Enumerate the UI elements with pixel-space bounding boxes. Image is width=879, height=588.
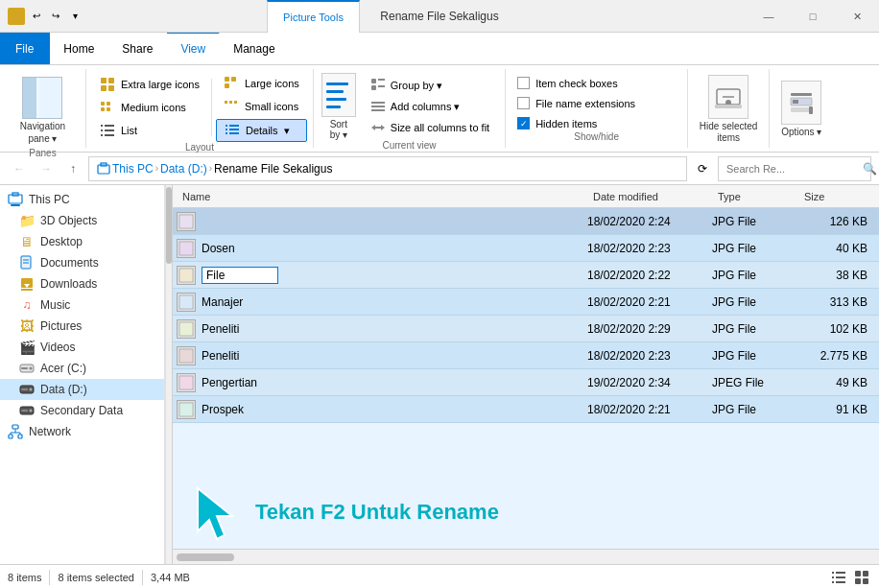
hide-selected-btn[interactable]: Hide selecteditems [700, 75, 758, 144]
file-date: 18/02/2020 2:23 [587, 242, 712, 255]
desktop-icon: 🖥 [19, 234, 35, 249]
file-type: JPG File [712, 295, 798, 309]
file-name-extensions-toggle[interactable]: File name extensions [517, 95, 676, 111]
file-list-header: Name Date modified Type Size [173, 185, 879, 208]
col-header-size[interactable]: Size [798, 191, 875, 202]
table-row[interactable]: Peneliti 18/02/2020 2:23 JPG File 2.775 … [173, 342, 879, 369]
sidebar-item-acer-c[interactable]: Acer (C:) [0, 358, 164, 379]
quick-access-icon [8, 8, 25, 25]
sidebar-item-desktop[interactable]: 🖥 Desktop [0, 231, 164, 252]
picture-tools-tab[interactable]: Picture Tools [267, 0, 360, 33]
table-row[interactable]: Dosen 18/02/2020 2:23 JPG File 40 KB [173, 235, 879, 262]
table-row[interactable]: Manajer 18/02/2020 2:21 JPG File 313 KB [173, 289, 879, 316]
tab-file[interactable]: File [0, 33, 50, 64]
size-all-columns-btn[interactable]: Size all columns to fit [364, 118, 497, 137]
window-title: Rename File Sekaligus [380, 10, 498, 23]
sidebar-item-data-d[interactable]: Data (D:) [0, 379, 164, 400]
back-button[interactable]: ← [8, 157, 31, 180]
item-checkboxes-toggle[interactable]: Item check boxes [517, 75, 676, 91]
minimize-button[interactable]: — [747, 0, 791, 33]
h-scroll-thumb[interactable] [177, 553, 234, 561]
file-size: 38 KB [798, 269, 875, 282]
hidden-items-cb[interactable]: ✓ [517, 117, 530, 129]
options-group: Options ▾ [770, 69, 833, 148]
sidebar-item-pictures[interactable]: 🖼 Pictures [0, 316, 164, 337]
col-header-type[interactable]: Type [712, 191, 798, 202]
maximize-button[interactable]: □ [791, 0, 835, 33]
col-header-date[interactable]: Date modified [587, 191, 712, 202]
sidebar: This PC 📁 3D Objects 🖥 Desktop Documents [0, 185, 165, 564]
file-size: 49 KB [798, 376, 875, 389]
tab-view[interactable]: View [167, 32, 220, 63]
table-row[interactable]: Peneliti 18/02/2020 2:29 JPG File 102 KB [173, 316, 879, 342]
details-view-btn[interactable] [829, 568, 848, 587]
tab-share[interactable]: Share [108, 33, 167, 64]
search-icon: 🔍 [863, 162, 877, 176]
svg-point-57 [30, 367, 33, 370]
medium-icons-btn[interactable]: Medium icons [92, 97, 207, 118]
svg-rect-91 [832, 576, 834, 578]
tab-home[interactable]: Home [50, 33, 108, 64]
item-checkboxes-cb[interactable] [517, 77, 530, 89]
search-input[interactable] [726, 163, 859, 175]
sort-by-btn[interactable]: Sortby ▾ [321, 73, 356, 140]
close-button[interactable]: ✕ [835, 0, 879, 33]
large-view-btn[interactable] [852, 568, 871, 587]
svg-rect-26 [371, 79, 376, 83]
qa-dropdown-btn[interactable]: ▾ [67, 9, 83, 24]
table-row[interactable]: 18/02/2020 2:22 JPG File 38 KB [173, 262, 879, 289]
col-header-name[interactable]: Name [177, 191, 587, 202]
sidebar-scrollbar[interactable] [165, 185, 172, 564]
sidebar-item-music[interactable]: ♫ Music [0, 294, 164, 316]
tab-manage[interactable]: Manage [220, 33, 289, 64]
group-by-btn[interactable]: Group by ▾ [364, 76, 497, 95]
table-row[interactable]: Pengertian 19/02/2020 2:34 JPEG File 49 … [173, 369, 879, 396]
current-view-group: Sortby ▾ Group by ▾ Add columns ▾ Size a… [314, 69, 506, 148]
layout-label: Layout [92, 142, 307, 153]
small-icons-btn[interactable]: Small icons [216, 96, 307, 117]
sidebar-item-3d-objects[interactable]: 📁 3D Objects [0, 210, 164, 231]
add-columns-btn[interactable]: Add columns ▾ [364, 97, 497, 116]
qa-redo-btn[interactable]: ↪ [48, 9, 63, 24]
table-row[interactable]: 18/02/2020 2:24 JPG File 126 KB [173, 208, 879, 235]
file-size: 102 KB [798, 322, 875, 336]
svg-rect-89 [832, 572, 834, 574]
sidebar-item-documents[interactable]: Documents [0, 252, 164, 273]
extra-large-icons-btn[interactable]: Extra large icons [92, 74, 207, 95]
forward-button[interactable]: → [35, 157, 58, 180]
refresh-button[interactable]: ⟳ [691, 157, 714, 180]
qa-undo-btn[interactable]: ↩ [29, 9, 44, 24]
options-btn[interactable]: Options ▾ [781, 75, 821, 142]
up-button[interactable]: ↑ [61, 157, 84, 180]
sidebar-item-downloads[interactable]: Downloads [0, 273, 164, 294]
large-icons-btn[interactable]: Large icons [216, 73, 307, 94]
hidden-items-toggle[interactable]: ✓ Hidden items [517, 115, 676, 131]
sidebar-item-videos[interactable]: 🎬 Videos [0, 337, 164, 358]
music-icon: ♫ [19, 297, 35, 313]
file-size: 2.775 KB [798, 349, 875, 363]
sidebar-item-this-pc[interactable]: This PC [0, 189, 164, 210]
svg-rect-9 [105, 125, 114, 127]
rename-input[interactable] [202, 267, 278, 284]
nav-pane-button[interactable]: Navigation pane ▾ [16, 73, 69, 148]
breadcrumb-bar[interactable]: This PC › Data (D:) › Rename File Sekali… [88, 156, 687, 181]
sidebar-scroll-thumb[interactable] [166, 187, 172, 264]
svg-rect-29 [378, 85, 385, 87]
annotation-text: Tekan F2 Untuk Rename [255, 500, 499, 525]
horizontal-scrollbar[interactable] [173, 549, 879, 564]
svg-rect-24 [226, 132, 227, 134]
svg-rect-4 [101, 102, 105, 106]
svg-rect-25 [229, 132, 239, 134]
sidebar-item-secondary-data[interactable]: Secondary Data [0, 400, 164, 421]
cursor-arrow-icon [188, 483, 246, 541]
svg-rect-6 [101, 107, 105, 111]
hide-selected-group: Hide selecteditems [688, 69, 770, 148]
secondary-drive-icon [19, 403, 35, 418]
table-row[interactable]: Prospek 18/02/2020 2:21 JPG File 91 KB [173, 396, 879, 423]
details-btn[interactable]: Details ▾ [216, 119, 307, 142]
file-icon [177, 400, 196, 419]
file-name-extensions-cb[interactable] [517, 97, 530, 109]
this-pc-icon [8, 192, 23, 207]
list-btn[interactable]: List [92, 120, 207, 141]
sidebar-item-network[interactable]: Network [0, 421, 164, 442]
